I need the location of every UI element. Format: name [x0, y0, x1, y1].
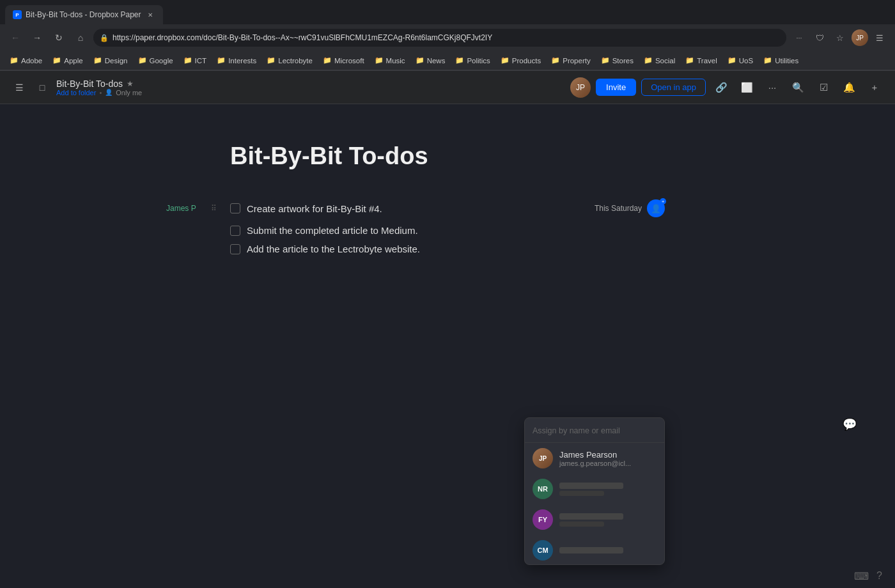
- folder-icon: 📁: [267, 56, 276, 65]
- bookmark-stores[interactable]: 📁 Stores: [596, 55, 638, 66]
- person-info-james: James Pearson james.g.pearson@icl...: [559, 450, 631, 467]
- doc-title-text: Bit-By-Bit To-dos: [56, 79, 123, 89]
- back-button[interactable]: ←: [6, 29, 24, 47]
- blurred-email-fy: [559, 522, 604, 527]
- present-button[interactable]: ⬜: [736, 77, 757, 98]
- document-heading: Bit-By-Bit To-dos: [230, 143, 665, 170]
- bookmark-ict[interactable]: 📁 ICT: [179, 55, 212, 66]
- bookmark-button[interactable]: ☆: [831, 29, 849, 47]
- bookmark-property[interactable]: 📁 Property: [547, 55, 595, 66]
- bookmark-label: UoS: [739, 57, 753, 65]
- add-to-folder-link[interactable]: Add to folder: [56, 89, 96, 97]
- shield-button[interactable]: 🛡: [811, 29, 829, 47]
- more-options-button[interactable]: ···: [762, 77, 782, 98]
- shield-icon: 🛡: [816, 33, 824, 43]
- nav-right-icons: ··· 🛡 ☆ JP ☰: [790, 29, 889, 47]
- bookmark-products[interactable]: 📁 Products: [496, 55, 545, 66]
- header-left: ☰ □ Bit-By-Bit To-dos ★ Add to folder • …: [10, 79, 142, 97]
- todo-checkbox-1[interactable]: [230, 203, 240, 213]
- bookmark-label: Lectrobyte: [278, 57, 313, 65]
- folder-icon: 📁: [323, 56, 332, 65]
- assign-person-james[interactable]: JP James Pearson james.g.pearson@icl...: [525, 443, 664, 474]
- open-in-app-button[interactable]: Open in app: [641, 79, 706, 96]
- assign-person-fy[interactable]: FY: [525, 504, 664, 535]
- bookmark-label: Apple: [64, 57, 82, 65]
- user-avatar[interactable]: JP: [570, 77, 591, 98]
- bookmark-label: Interests: [228, 57, 256, 65]
- bookmark-label: Politics: [467, 57, 490, 65]
- bookmark-label: ICT: [195, 57, 207, 65]
- tab-close-button[interactable]: ✕: [145, 10, 155, 20]
- bookmark-music[interactable]: 📁 Music: [370, 55, 410, 66]
- folder-icon: 📁: [728, 56, 736, 65]
- initials-fy: FY: [538, 516, 547, 523]
- bookmark-label: Microsoft: [334, 57, 364, 65]
- blurred-name-nr: [559, 483, 623, 489]
- bookmark-adobe[interactable]: 📁 Adobe: [5, 55, 47, 66]
- add-button[interactable]: +: [864, 77, 885, 98]
- menu-button[interactable]: ☰: [871, 29, 889, 47]
- assign-person-cm[interactable]: CM: [525, 535, 664, 564]
- bookmarks-bar: 📁 Adobe 📁 Apple 📁 Design 📁 Google 📁 ICT …: [0, 51, 895, 70]
- forward-button[interactable]: →: [28, 29, 46, 47]
- bookmark-lectrobyte[interactable]: 📁 Lectrobyte: [262, 55, 317, 66]
- bookmark-label: Utilities: [775, 57, 798, 65]
- todo-meta-1: This Saturday 👤 +: [595, 199, 665, 217]
- assign-button-1[interactable]: 👤 +: [647, 199, 665, 217]
- assign-person-nr[interactable]: NR: [525, 474, 664, 504]
- bookmark-microsoft[interactable]: 📁 Microsoft: [318, 55, 369, 66]
- bookmark-label: Social: [655, 57, 675, 65]
- star-icon[interactable]: ★: [127, 79, 134, 88]
- browser-profile[interactable]: JP: [852, 29, 868, 46]
- assign-dropdown: JP James Pearson james.g.pearson@icl... …: [524, 417, 665, 565]
- person-info-cm: [559, 547, 623, 553]
- bookmark-social[interactable]: 📁 Social: [639, 55, 680, 66]
- blurred-name-cm: [559, 547, 623, 553]
- person-avatar-fy: FY: [533, 509, 553, 530]
- bookmark-interests[interactable]: 📁 Interests: [212, 55, 261, 66]
- bookmark-politics[interactable]: 📁 Politics: [451, 55, 494, 66]
- comment-button[interactable]: 💬: [843, 417, 857, 431]
- drag-handle-icon[interactable]: ⠿: [211, 204, 217, 213]
- extensions-button[interactable]: ···: [790, 29, 808, 47]
- bookmark-travel[interactable]: 📁 Travel: [681, 55, 722, 66]
- reload-button[interactable]: ↻: [50, 29, 68, 47]
- maximize-button[interactable]: □: [33, 79, 51, 97]
- bookmark-uos[interactable]: 📁 UoS: [723, 55, 758, 66]
- person-info-fy: [559, 513, 623, 527]
- bookmark-label: Music: [386, 57, 405, 65]
- sidebar-toggle-button[interactable]: ☰: [10, 79, 28, 97]
- main-content: Bit-By-Bit To-dos James P ⠿ Create artwo…: [0, 104, 895, 588]
- navigation-bar: ← → ↻ ⌂ 🔒 https://paper.dropbox.com/doc/…: [0, 24, 895, 51]
- folder-icon: 📁: [52, 56, 61, 65]
- todo-checkbox-3[interactable]: [230, 244, 240, 254]
- person-plus-icon: 👤: [651, 204, 661, 213]
- bookmark-utilities[interactable]: 📁 Utilities: [759, 55, 803, 66]
- person-avatar-jp: JP: [533, 448, 553, 468]
- search-button[interactable]: 🔍: [788, 77, 808, 98]
- notifications-button[interactable]: 🔔: [839, 77, 859, 98]
- link-button[interactable]: 🔗: [711, 77, 731, 98]
- home-button[interactable]: ⌂: [72, 29, 90, 47]
- keyboard-icon[interactable]: ⌨: [854, 570, 869, 582]
- address-bar[interactable]: 🔒 https://paper.dropbox.com/doc/Bit-By-B…: [93, 29, 786, 47]
- bookmark-apple[interactable]: 📁 Apple: [48, 55, 87, 66]
- lock-icon: 🔒: [100, 34, 109, 42]
- todo-item: Submit the completed article to Medium.: [230, 221, 665, 240]
- bookmark-design[interactable]: 📁 Design: [89, 55, 132, 66]
- invite-button[interactable]: Invite: [596, 79, 636, 96]
- person-email-james: james.g.pearson@icl...: [559, 460, 631, 467]
- active-tab[interactable]: P Bit-By-Bit To-dos - Dropbox Paper ✕: [5, 5, 163, 24]
- checklist-button[interactable]: ☑: [813, 77, 834, 98]
- assign-search-input[interactable]: [533, 426, 657, 435]
- avatar-image: JP: [570, 77, 591, 98]
- help-icon[interactable]: ?: [876, 570, 882, 582]
- bookmark-google[interactable]: 📁 Google: [134, 55, 178, 66]
- todo-text-2: Submit the completed article to Medium.: [247, 225, 418, 236]
- tab-title: Bit-By-Bit To-dos - Dropbox Paper: [26, 10, 141, 19]
- folder-icon: 📁: [93, 56, 102, 65]
- todo-checkbox-2[interactable]: [230, 226, 240, 236]
- bookmark-news[interactable]: 📁 News: [411, 55, 450, 66]
- tab-favicon: P: [13, 10, 22, 19]
- todo-date-1: This Saturday: [595, 204, 642, 213]
